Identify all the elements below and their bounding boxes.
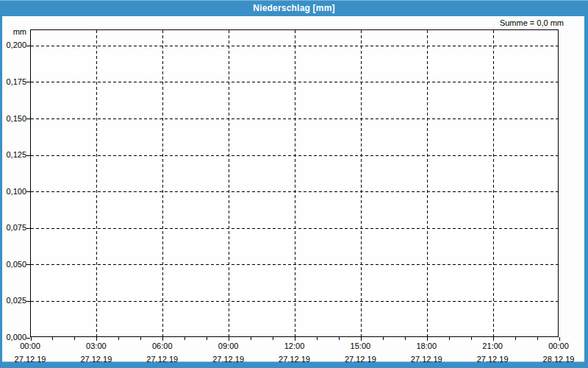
window-title: Niederschlag [mm]: [253, 3, 334, 13]
x-axis-minor-tick: [537, 337, 538, 340]
x-axis-time-label: 06:00: [152, 342, 173, 350]
x-axis-time-label: 00:00: [20, 342, 40, 350]
x-axis-date-label: 27.12.19: [212, 355, 244, 364]
x-axis-date-label: 27.12.19: [146, 355, 178, 364]
x-axis-minor-tick: [471, 337, 472, 340]
window-title-bar: Niederschlag [mm]: [0, 0, 588, 16]
x-axis-minor-tick: [317, 337, 318, 340]
x-axis-date-label: 27.12.19: [15, 355, 46, 364]
x-axis-date-label: 27.12.19: [411, 355, 442, 364]
y-axis-tick: [26, 118, 30, 119]
y-axis-tick-label: 0,050: [2, 260, 26, 269]
x-axis-time-label: 00:00: [548, 342, 569, 350]
y-axis-tick-label: 0,125: [2, 150, 26, 159]
x-axis-time-label: 18:00: [416, 342, 437, 350]
x-axis-date-label: 27.12.19: [345, 355, 376, 364]
sum-annotation: Summe = 0,0 mm: [500, 18, 564, 27]
x-axis-time-label: 21:00: [482, 342, 503, 350]
x-axis-major-tick: [493, 337, 494, 341]
x-axis-date-label: 27.12.19: [279, 355, 310, 364]
x-axis-minor-tick: [52, 337, 53, 340]
y-axis-tick: [26, 46, 30, 46]
x-gridline: [427, 30, 428, 336]
y-axis-tick-label: 0,150: [2, 114, 26, 123]
x-axis-minor-tick: [184, 337, 185, 340]
y-axis-tick: [26, 301, 30, 302]
y-axis-tick: [26, 264, 30, 265]
y-axis-tick: [26, 228, 30, 229]
x-gridline: [162, 30, 163, 336]
x-axis-major-tick: [559, 337, 560, 341]
x-axis-minor-tick: [207, 337, 207, 340]
chart-panel: Summe = 0,0 mm mm 0,2000,1750,1500,1250,…: [2, 16, 584, 362]
y-axis-tick-label: 0,175: [2, 77, 26, 86]
y-axis-tick: [26, 155, 30, 156]
y-axis-tick: [26, 82, 30, 82]
x-gridline: [96, 30, 97, 336]
y-axis-unit-label: mm: [2, 27, 26, 36]
y-axis-tick-label: 0,000: [2, 333, 26, 342]
x-axis-date-label: 27.12.19: [80, 355, 112, 364]
x-gridline: [229, 30, 229, 336]
x-gridline: [493, 30, 494, 336]
y-axis-tick: [26, 191, 30, 192]
x-axis-minor-tick: [515, 337, 516, 340]
x-axis-major-tick: [162, 337, 163, 341]
x-axis-minor-tick: [74, 337, 75, 340]
x-axis-major-tick: [361, 337, 362, 341]
y-axis-tick-label: 0,200: [2, 40, 26, 49]
x-axis-major-tick: [229, 337, 229, 341]
y-axis-tick: [26, 338, 30, 339]
y-axis-tick-label: 0,075: [2, 223, 26, 232]
x-axis-major-tick: [96, 337, 97, 341]
x-axis-minor-tick: [140, 337, 141, 340]
x-axis-minor-tick: [383, 337, 384, 340]
x-axis-minor-tick: [118, 337, 119, 340]
x-axis-time-label: 15:00: [351, 342, 371, 350]
y-axis-tick-label: 0,025: [2, 296, 26, 305]
app-window: { "window": { "title": "Niederschlag [mm…: [0, 0, 588, 368]
x-axis-date-label: 27.12.19: [477, 355, 509, 364]
x-axis-minor-tick: [339, 337, 340, 340]
x-axis-major-tick: [295, 337, 295, 341]
x-axis-date-label: 28.12.19: [543, 355, 575, 364]
x-gridline: [361, 30, 362, 336]
x-axis-minor-tick: [405, 337, 406, 340]
x-gridline: [295, 30, 295, 336]
y-axis-tick-label: 0,100: [2, 187, 26, 196]
x-axis-time-label: 09:00: [218, 342, 239, 350]
x-axis-major-tick: [427, 337, 428, 341]
x-axis-major-tick: [31, 337, 32, 341]
x-axis-minor-tick: [449, 337, 450, 340]
plot-area: [30, 29, 559, 337]
x-axis-time-label: 12:00: [284, 342, 305, 350]
x-axis-minor-tick: [273, 337, 273, 340]
x-axis-time-label: 03:00: [86, 342, 107, 350]
x-axis-minor-tick: [251, 337, 251, 340]
